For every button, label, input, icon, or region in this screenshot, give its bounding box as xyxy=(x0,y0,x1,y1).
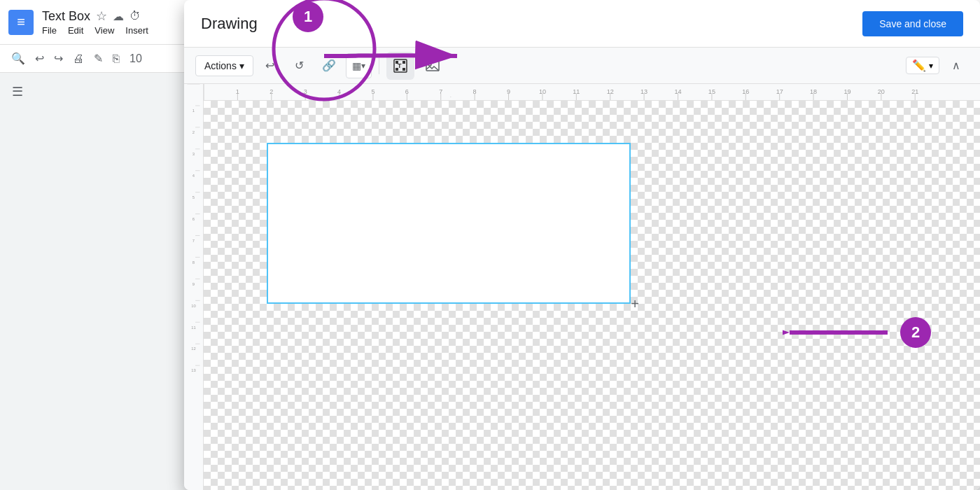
redo-icon[interactable]: ↪ xyxy=(51,49,66,68)
textbox-tool-button[interactable]: T xyxy=(386,52,414,80)
menu-insert[interactable]: Insert xyxy=(125,25,148,36)
ruler-left: 1 2 3 4 5 6 7 8 9 10 11 xyxy=(184,84,204,490)
svg-text:11: 11 xyxy=(191,326,195,330)
collapse-button[interactable]: ∧ xyxy=(944,53,969,78)
docs-title-area: Text Box ☆ ☁ ⏱ File Edit View Insert xyxy=(42,8,148,36)
svg-text:9: 9 xyxy=(192,282,195,286)
svg-rect-4 xyxy=(402,68,405,71)
drawing-dialog: Drawing Save and close Actions ▾ ↩ ↺ 🔗 ▦… xyxy=(184,0,980,490)
pen-tool-group[interactable]: ✏️ ▾ xyxy=(906,57,939,74)
actions-chevron-icon: ▾ xyxy=(239,60,244,71)
svg-text:3: 3 xyxy=(192,152,195,156)
cursor-plus-icon: + xyxy=(631,296,639,312)
svg-text:12: 12 xyxy=(191,346,195,351)
menu-edit[interactable]: Edit xyxy=(68,25,83,36)
save-close-button[interactable]: Save and close xyxy=(862,11,963,36)
print-icon[interactable]: 🖨 xyxy=(70,50,87,68)
dialog-header: Drawing Save and close xyxy=(184,0,980,48)
spellcheck-icon[interactable]: ✎ xyxy=(91,49,106,68)
actions-button[interactable]: Actions ▾ xyxy=(195,55,253,76)
paint-format-icon[interactable]: ⎘ xyxy=(110,50,122,68)
undo-icon[interactable]: ↩ xyxy=(32,49,47,68)
toolbar-redo-button[interactable]: ↺ xyxy=(287,53,312,78)
drawing-surface-inner: + xyxy=(204,101,980,490)
svg-text:T: T xyxy=(398,62,402,69)
zoom-level[interactable]: 10 xyxy=(127,50,145,68)
svg-text:5: 5 xyxy=(192,195,195,200)
svg-text:6: 6 xyxy=(192,217,195,221)
svg-text:13: 13 xyxy=(191,368,195,372)
history-icon: ⏱ xyxy=(130,10,141,22)
docs-sidebar-left: ☰ xyxy=(0,73,35,490)
svg-text:2: 2 xyxy=(192,130,195,134)
ruler-top: 1 2 3 4 5 6 7 · 8 9 xyxy=(204,84,980,101)
docs-menu: File Edit View Insert xyxy=(42,25,148,36)
svg-text:4: 4 xyxy=(192,174,195,178)
outline-icon[interactable]: ☰ xyxy=(12,84,23,99)
cloud-icon: ☁ xyxy=(113,10,124,23)
docs-logo-icon: ≡ xyxy=(8,10,34,35)
pen-icon: ✏️ xyxy=(912,59,926,72)
drawing-surface[interactable]: + xyxy=(204,101,980,490)
canvas-area: 1 2 3 4 5 6 7 · 8 9 xyxy=(204,84,980,490)
dialog-toolbar: Actions ▾ ↩ ↺ 🔗 ▦ ▾ T xyxy=(184,48,980,84)
pen-chevron-icon: ▾ xyxy=(929,61,933,71)
image-tool-button[interactable] xyxy=(419,52,447,80)
menu-view[interactable]: View xyxy=(94,25,114,36)
shape-dropdown-button[interactable]: ▦ ▾ xyxy=(346,53,372,78)
svg-text:8: 8 xyxy=(192,260,195,265)
svg-rect-2 xyxy=(402,61,405,64)
toolbar-link-button[interactable]: 🔗 xyxy=(316,53,342,78)
textbox-icon: T xyxy=(392,57,409,74)
toolbar-undo-button[interactable]: ↩ xyxy=(258,53,283,78)
svg-text:7: 7 xyxy=(192,239,195,243)
doc-title: Text Box xyxy=(42,9,90,24)
actions-label: Actions xyxy=(204,60,237,71)
image-icon xyxy=(424,57,441,74)
svg-text:1: 1 xyxy=(192,108,195,113)
toolbar-separator-1 xyxy=(379,57,379,74)
drawn-textbox[interactable]: + xyxy=(267,143,631,304)
menu-file[interactable]: File xyxy=(42,25,57,36)
dialog-canvas: 1 2 3 4 5 6 7 8 9 10 11 xyxy=(184,84,980,490)
star-icon[interactable]: ☆ xyxy=(96,8,107,24)
svg-text:·: · xyxy=(450,94,451,100)
zoom-search-icon[interactable]: 🔍 xyxy=(8,49,28,68)
dialog-title: Drawing xyxy=(201,15,258,33)
svg-point-7 xyxy=(428,63,431,66)
svg-text:10: 10 xyxy=(191,304,195,308)
